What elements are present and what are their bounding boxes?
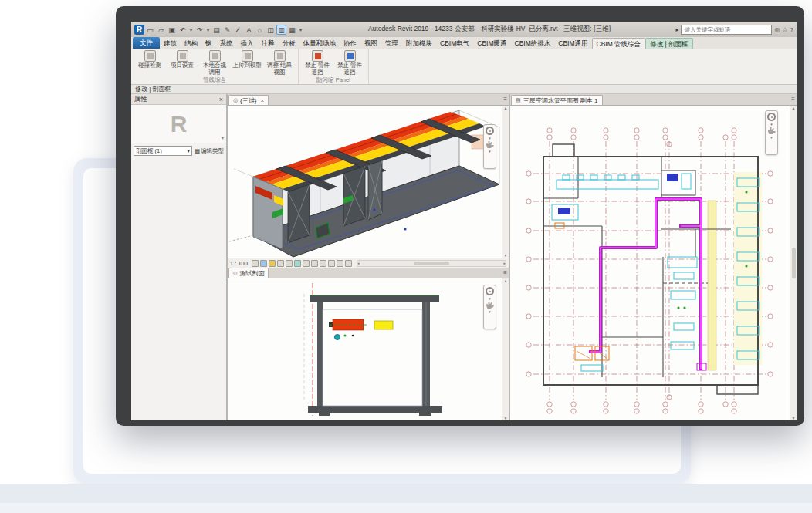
navbar-dropdown2-icon[interactable]: ▾ [770,135,773,140]
3d-vertical-scrollbar[interactable]: ▲ ▼ [502,106,509,258]
thin-lines-icon[interactable]: ▥ [276,25,286,35]
navigation-bar-plan[interactable]: ▾ ▾ [765,110,778,155]
tab-analyze[interactable]: 分析 [279,38,299,49]
scroll-up-icon[interactable]: ▲ [504,278,508,283]
view-tab-3d-close-icon[interactable]: × [260,97,264,104]
tab-collaborate[interactable]: 协作 [340,38,360,49]
collapse-search-icon[interactable]: ▸ [675,26,678,33]
tab-massing-site[interactable]: 体量和场地 [299,38,340,49]
navigation-bar-3d[interactable]: ▾ ▾ [483,124,496,169]
view-scale[interactable]: 1 : 100 [230,260,248,267]
detail-level-icon[interactable] [252,260,259,267]
section-vertical-scrollbar[interactable]: ▲ ▼ [502,278,509,420]
block-fitting-button-2[interactable]: 禁止 管件遮挡 [335,50,364,76]
temporary-view-properties-icon[interactable] [328,260,335,267]
rendering-icon[interactable] [286,260,293,267]
shadows-icon[interactable] [277,260,284,267]
crop-region-visibility-icon[interactable] [303,260,310,267]
displacement-icon[interactable] [337,260,343,267]
properties-close-icon[interactable]: × [219,96,223,103]
navbar-dropdown2-icon[interactable]: ▾ [489,309,491,314]
print-icon[interactable]: ▤ [211,25,222,35]
save-icon[interactable]: ▣ [167,25,177,35]
clash-detection-button[interactable]: 碰撞检测 [135,50,164,76]
open-file-icon[interactable]: ▱ [156,25,166,35]
pan-hand-icon[interactable] [486,141,494,148]
3d-horizontal-scrollbar[interactable]: ◂ ▸ [357,260,506,267]
section-drawing[interactable] [228,278,502,419]
tab-cbim-plumbing[interactable]: CBIM给排水 [511,38,555,49]
tab-structure[interactable]: 结构 [181,38,201,49]
pan-hand-icon[interactable] [486,302,494,309]
undo-dropdown-icon[interactable]: ▾ [188,25,194,35]
sign-in-icon[interactable]: ☆ [782,26,787,33]
tab-cbim-electrical[interactable]: CBIM电气 [436,38,473,49]
scroll-up-icon[interactable]: ▲ [792,106,796,110]
visual-style-icon[interactable] [260,260,267,267]
local-rules-button[interactable]: 本地合规 调用 [200,50,229,76]
sun-path-icon[interactable] [269,260,276,267]
adjust-view-button[interactable]: 调整 结果视图 [265,50,294,76]
tab-manage[interactable]: 管理 [381,38,402,49]
undo-icon[interactable]: ↶ [178,25,188,35]
text-note-icon[interactable]: A [244,25,254,35]
navigation-bar-section[interactable]: ▾ ▾ [483,285,496,329]
view-canvas-3d[interactable]: ▲ ▼ ▾ ▾ [228,105,509,258]
tab-view[interactable]: 视图 [360,38,381,49]
tab-file[interactable]: 文件 [133,37,160,49]
search-input[interactable] [681,25,772,35]
crop-view-icon[interactable] [294,260,301,267]
section-tab-menu-icon[interactable]: ≡ [503,269,507,276]
scroll-down-icon[interactable]: ▼ [504,416,508,420]
view-tab-menu-icon[interactable]: ≡ [503,96,507,103]
steering-wheel-icon[interactable] [486,127,494,135]
plan-vertical-scrollbar[interactable]: ▲ ▼ [790,106,797,420]
qat-overflow-icon[interactable]: ▾ [298,25,303,35]
edit-type-button[interactable]: ▦ 编辑类型 [195,147,224,155]
dimension-icon[interactable]: ∠ [233,25,243,35]
section-tool-icon[interactable]: ◫ [266,25,276,35]
constraints-icon[interactable] [345,260,352,267]
new-file-icon[interactable]: ▭ [145,25,155,35]
floor-plan-drawing[interactable] [510,106,790,420]
tab-cbim-mep-coordination[interactable]: CBIM 管线综合 [592,38,646,49]
view-canvas-plan[interactable]: ▲ ▼ ▾ ▾ [510,105,797,420]
scroll-down-icon[interactable]: ▼ [792,416,796,420]
steering-wheel-icon[interactable] [486,287,494,295]
plan-tab-menu-icon[interactable]: ≡ [791,96,795,103]
tab-modify-sectionbox[interactable]: 修改 | 剖面框 [645,38,692,49]
view-tab-section[interactable]: ◇ 测试剖面 [228,268,269,278]
scroll-left-icon[interactable]: ◂ [357,261,360,265]
scroll-up-icon[interactable]: ▲ [504,106,508,110]
ui-toggle-icon[interactable]: ▦ [287,25,297,35]
navbar-dropdown-icon[interactable]: ▾ [770,122,773,127]
hscroll-thumb[interactable] [414,262,449,265]
tab-insert[interactable]: 插入 [237,38,258,49]
search-go-icon[interactable]: ◎ [774,26,780,33]
navbar-dropdown2-icon[interactable]: ▾ [489,149,491,154]
tab-steel[interactable]: 钢 [201,38,216,49]
navbar-dropdown-icon[interactable]: ▾ [489,296,491,301]
redo-icon[interactable]: ↷ [195,25,205,35]
tab-systems[interactable]: 系统 [216,38,237,49]
revit-logo-icon[interactable]: R [134,25,144,35]
tab-annotate[interactable]: 注释 [258,38,279,49]
steering-wheel-icon[interactable] [767,113,776,121]
view-canvas-section[interactable]: ▲ ▼ ▾ ▾ [228,278,509,420]
view-tab-plan[interactable]: ▤ 三层空调水管平面图 副本 1 [511,95,603,105]
tab-addins[interactable]: 附加模块 [402,38,436,49]
3d-model-drawing[interactable] [228,106,502,258]
redo-dropdown-icon[interactable]: ▾ [205,25,211,35]
type-selector[interactable]: 剖面框 (1) ▾ [134,146,192,156]
tab-cbim-hvac[interactable]: CBIM暖通 [473,38,510,49]
tab-architecture[interactable]: 建筑 [160,38,181,49]
measure-icon[interactable]: ✎ [222,25,232,35]
reveal-hidden-elements-icon[interactable] [320,260,326,267]
view-tab-3d[interactable]: ◎ {三维} × [228,95,269,105]
tab-cbim-general[interactable]: CBIM通用 [554,38,591,49]
vscroll-thumb[interactable] [792,248,796,278]
block-fitting-button-1[interactable]: 禁止 管件遮挡 [303,50,332,76]
project-settings-button[interactable]: 项目设置 [167,50,197,76]
default-3d-view-icon[interactable]: ⌂ [255,25,265,35]
scroll-right-icon[interactable]: ▸ [503,261,506,265]
